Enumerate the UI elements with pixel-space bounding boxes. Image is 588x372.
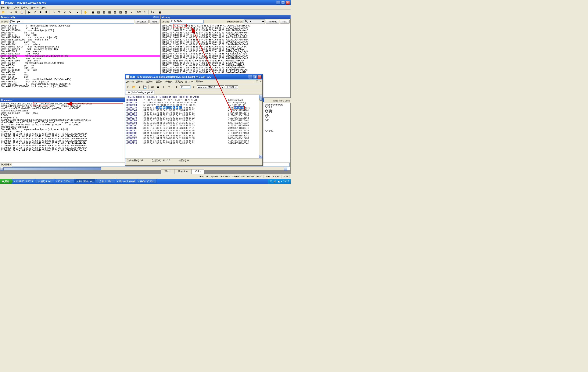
- pane-close-icon[interactable]: ×: [156, 16, 159, 19]
- hxd-dropdown-icon[interactable]: ▾: [137, 85, 142, 89]
- cut-icon[interactable]: ✂: [9, 10, 13, 15]
- mem-next-button[interactable]: Next: [280, 20, 290, 23]
- args-tab[interactable]: args: [273, 99, 278, 102]
- disasm-next-button[interactable]: Next: [149, 20, 159, 23]
- disasm-prev-button[interactable]: Previous: [135, 20, 149, 23]
- maximize-button[interactable]: ❐: [281, 1, 285, 5]
- taskbar-item[interactable]: ▪分析记录.txt...: [35, 179, 54, 183]
- taskbar-item[interactable]: ▪IDA - C:\Doc...: [55, 179, 74, 183]
- hxd-bpr-input[interactable]: [180, 85, 190, 89]
- less-tab[interactable]: Less: [285, 99, 290, 102]
- taskbar-item[interactable]: ▪文档 1 - Mic...: [96, 179, 115, 183]
- command-icon[interactable]: ▣: [91, 10, 95, 15]
- breakpoint-icon[interactable]: ●: [75, 10, 80, 15]
- scroll-right-icon[interactable]: ►: [284, 167, 287, 170]
- tab-calls[interactable]: Calls: [192, 169, 204, 174]
- run-to-cursor-icon[interactable]: ➤: [68, 10, 73, 15]
- hxd-menu-window[interactable]: 窗口(W): [185, 80, 194, 83]
- copy-icon[interactable]: ⎘: [14, 10, 19, 15]
- step-over-icon[interactable]: ↷: [57, 10, 62, 15]
- hxd-encoding-select[interactable]: Windows (ANSI): [197, 85, 224, 89]
- hxd-row[interactable]: 0000011033 36 34 31 36 34 33 37 34 31 36…: [126, 142, 261, 145]
- font-icon[interactable]: AA: [150, 10, 155, 15]
- callstack-icon[interactable]: ▨: [118, 10, 123, 15]
- menu-view[interactable]: View: [14, 6, 19, 9]
- step-out-icon[interactable]: ↗: [62, 10, 67, 15]
- memory-icon[interactable]: ▧: [113, 10, 117, 15]
- menu-window[interactable]: Window: [31, 6, 39, 9]
- taskbar-item[interactable]: ▪HxD - [C:\Do...: [137, 179, 157, 183]
- scratchpad-icon[interactable]: ▪: [129, 10, 134, 15]
- taskbar-item[interactable]: ▪Microsoft Word: [116, 179, 136, 183]
- hxd-updown-icon[interactable]: ⇕: [174, 85, 179, 89]
- close-button[interactable]: ×: [285, 1, 290, 5]
- system-tray[interactable]: 🛡 🔊 ▣ ▪ 19:27: [268, 179, 291, 184]
- hxd-row[interactable]: 000000E033 38 34 31 36 33 33 39 34 31 36…: [126, 134, 261, 137]
- hxd-row[interactable]: 0000004034 31 36 31 33 32 34 31 36 31 33…: [126, 109, 261, 111]
- hxd-row[interactable]: 0000006036 31 33 37 34 31 36 31 33 38 34…: [126, 114, 261, 117]
- hxd-row[interactable]: 000000C036 33 33 33 34 31 36 33 33 34 34…: [126, 129, 261, 132]
- hxd-row[interactable]: 000000007B 5C 72 74 66 31 7B 5C 73 68 70…: [126, 99, 261, 101]
- start-button[interactable]: ⊞ 开始: [0, 179, 12, 184]
- hxd-mdi-restore-icon[interactable]: ❐: [256, 80, 258, 83]
- stop-icon[interactable]: ⏹: [38, 10, 43, 15]
- hxd-file-tab[interactable]: 🗎 复件 Crash_target.rtf: [126, 90, 154, 95]
- hxd-new-icon[interactable]: 🗋: [126, 85, 131, 89]
- asm-mode-icon[interactable]: 101: [142, 10, 147, 15]
- hxd-mdi-min-icon[interactable]: _: [252, 81, 254, 83]
- minimize-button[interactable]: _: [276, 1, 280, 5]
- hxd-row[interactable]: 0000005033 34 34 31 36 31 33 35 34 31 36…: [126, 111, 261, 114]
- hand-icon[interactable]: ✋: [83, 10, 88, 15]
- hxd-row[interactable]: 0000009036 32 33 35 34 31 36 32 33 36 34…: [126, 122, 261, 124]
- locals-icon[interactable]: ▥: [102, 10, 106, 15]
- hxd-row[interactable]: 000000105C 73 6E 20 70 46 72 61 67 6D 65…: [126, 101, 261, 104]
- step-into-icon[interactable]: ↘: [51, 10, 56, 15]
- virtual-input[interactable]: [170, 20, 204, 23]
- pane-pin-icon[interactable]: ⬡: [153, 16, 156, 19]
- scroll-down-icon[interactable]: ▼: [259, 155, 262, 158]
- hxd-row[interactable]: 000000F036 34 33 31 34 31 36 34 33 32 34…: [126, 137, 261, 139]
- tray-icon[interactable]: ▣: [278, 180, 280, 183]
- menu-help[interactable]: Help: [42, 6, 46, 9]
- tray-icon[interactable]: 🛡: [270, 180, 272, 183]
- restart-icon[interactable]: ⟲: [33, 10, 37, 15]
- registers-icon[interactable]: ▦: [107, 10, 112, 15]
- scroll-thumb[interactable]: [4, 167, 101, 170]
- hxd-menu-search[interactable]: 搜索(S): [146, 80, 154, 83]
- hxd-row[interactable]: 000000D034 31 36 33 33 36 34 31 36 33 33…: [126, 132, 261, 134]
- open-icon[interactable]: 📂: [1, 10, 6, 15]
- tray-icon[interactable]: 🔊: [273, 180, 276, 183]
- mem-prev-button[interactable]: Previous: [266, 20, 279, 23]
- tab-registers[interactable]: Registers: [175, 169, 192, 174]
- hxd-v-scrollbar[interactable]: ▲ ▼: [259, 95, 262, 158]
- hxd-mode-select[interactable]: 十六进制: [225, 85, 238, 89]
- taskbar-item[interactable]: ▪CVE-2010-3333: [13, 179, 34, 183]
- hxd-content[interactable]: Offset(h) 00 01 02 03 04 05 06 07 08 09 …: [125, 95, 262, 158]
- scroll-up-icon[interactable]: ▲: [259, 95, 262, 98]
- hxd-menu-help[interactable]: 帮助(H): [196, 80, 204, 83]
- hxd-menu-view[interactable]: 视图(V): [156, 80, 163, 83]
- paste-icon[interactable]: 📋: [20, 10, 24, 15]
- hxd-menu-file[interactable]: 文件(F): [126, 80, 134, 83]
- hxd-open-icon[interactable]: 📂: [132, 85, 136, 89]
- hxd-bpr-dropdown-icon[interactable]: ▾: [191, 85, 196, 89]
- hxd-mdi-close-icon[interactable]: ×: [260, 81, 262, 83]
- hxd-row[interactable]: 0000008033 32 34 31 36 32 33 33 34 31 36…: [126, 119, 261, 122]
- scroll-left-icon[interactable]: ◄: [0, 167, 4, 170]
- hxd-dropdown2-icon[interactable]: ▾: [167, 85, 171, 89]
- format-select[interactable]: Byte: [244, 20, 265, 24]
- tab-watch[interactable]: Watch: [161, 169, 175, 174]
- tray-icon[interactable]: ▪: [281, 180, 282, 183]
- options-icon[interactable]: ▣: [158, 10, 162, 15]
- hxd-menu-tools[interactable]: 工具(T): [175, 80, 183, 83]
- offset-input[interactable]: [9, 20, 134, 23]
- source-mode-icon[interactable]: 101: [137, 10, 141, 15]
- watch-icon[interactable]: ▤: [96, 10, 101, 15]
- hxd-scroll-thumb[interactable]: [260, 98, 262, 101]
- hxd-row[interactable]: 0000007034 31 36 32 33 30 34 31 36 32 33…: [126, 117, 261, 119]
- command-h-scrollbar[interactable]: ◄ ►: [0, 167, 287, 170]
- hxd-mem-icon[interactable]: ▣: [156, 85, 160, 89]
- hxd-maximize-button[interactable]: ❐: [253, 75, 257, 79]
- hxd-file-icon[interactable]: 🗎: [161, 85, 166, 89]
- hxd-menu-edit[interactable]: 编辑(E): [136, 80, 144, 83]
